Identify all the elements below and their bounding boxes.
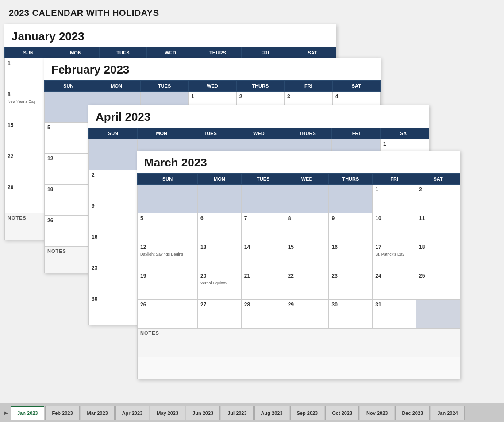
table-cell: 22 bbox=[285, 271, 329, 300]
table-cell: 6 bbox=[197, 213, 241, 242]
table-cell: 26 bbox=[138, 300, 198, 329]
feb-hdr-wed: WED bbox=[189, 81, 236, 92]
table-cell: 9 bbox=[329, 213, 373, 242]
calendar-march: March 2023 SUN MON TUES WED THURS FRI SA… bbox=[137, 151, 460, 379]
table-cell bbox=[416, 300, 460, 329]
march-table: SUN MON TUES WED THURS FRI SAT 1 bbox=[137, 173, 460, 379]
table-cell: 17St. Patrick's Day bbox=[373, 242, 416, 271]
table-cell: 9 bbox=[89, 201, 138, 232]
tab-jan-2023[interactable]: Jan 2023 bbox=[11, 406, 44, 420]
table-cell: 30 bbox=[329, 300, 373, 329]
table-row: 1 2 bbox=[138, 185, 460, 213]
tab-mar-2023[interactable]: Mar 2023 bbox=[81, 406, 115, 420]
feb-hdr-thu: THURS bbox=[236, 81, 284, 92]
table-cell: 13 bbox=[197, 242, 241, 271]
apr-hdr-sat: SAT bbox=[381, 128, 429, 139]
tab-bar: ▶ Jan 2023 Feb 2023 Mar 2023 Apr 2023 Ma… bbox=[0, 403, 504, 422]
table-cell: 8 bbox=[285, 213, 329, 242]
table-cell: 12 bbox=[45, 154, 92, 185]
feb-hdr-mon: MON bbox=[92, 81, 140, 92]
january-title: January 2023 bbox=[4, 24, 336, 47]
table-cell: 28 bbox=[241, 300, 285, 329]
tab-jul-2023[interactable]: Jul 2023 bbox=[221, 406, 253, 420]
feb-hdr-sat: SAT bbox=[332, 81, 380, 92]
february-title: February 2023 bbox=[44, 58, 381, 80]
table-row: 12Daylight Savings Begins 13 14 15 16 17… bbox=[138, 242, 460, 271]
mar-hdr-thu: THURS bbox=[329, 174, 373, 185]
table-cell bbox=[138, 185, 198, 213]
table-cell: 7 bbox=[241, 213, 285, 242]
notes-content bbox=[138, 357, 460, 379]
table-cell: 1 bbox=[373, 185, 416, 213]
apr-hdr-wed: WED bbox=[235, 128, 283, 139]
table-cell: 10 bbox=[373, 213, 416, 242]
mar-hdr-sat: SAT bbox=[416, 174, 460, 185]
mar-hdr-sun: SUN bbox=[138, 174, 198, 185]
table-cell: 18 bbox=[416, 242, 460, 271]
table-cell: 20Vernal Equinox bbox=[197, 271, 241, 300]
table-cell: 30 bbox=[89, 294, 138, 325]
table-cell: 23 bbox=[329, 271, 373, 300]
table-cell: 5 bbox=[45, 123, 92, 154]
feb-hdr-tue: TUES bbox=[140, 81, 188, 92]
jan-hdr-fri: FRI bbox=[242, 47, 289, 58]
table-cell: 27 bbox=[197, 300, 241, 329]
tab-feb-2023[interactable]: Feb 2023 bbox=[45, 406, 79, 420]
tab-dec-2023[interactable]: Dec 2023 bbox=[395, 406, 430, 420]
table-cell bbox=[241, 185, 285, 213]
table-cell bbox=[197, 185, 241, 213]
table-row: 5 6 7 8 9 10 11 bbox=[138, 213, 460, 242]
table-cell: 12Daylight Savings Begins bbox=[138, 242, 198, 271]
jan-hdr-sat: SAT bbox=[289, 47, 336, 58]
table-cell bbox=[45, 92, 92, 123]
table-cell bbox=[89, 139, 138, 170]
table-cell: 2 bbox=[416, 185, 460, 213]
tab-jun-2023[interactable]: Jun 2023 bbox=[186, 406, 220, 420]
jan-hdr-thu: THURS bbox=[194, 47, 242, 58]
table-cell: 16 bbox=[329, 242, 373, 271]
mar-hdr-wed: WED bbox=[285, 174, 329, 185]
tab-sep-2023[interactable]: Sep 2023 bbox=[290, 406, 325, 420]
table-cell bbox=[285, 185, 329, 213]
tab-aug-2023[interactable]: Aug 2023 bbox=[254, 406, 289, 420]
march-title: March 2023 bbox=[137, 151, 460, 173]
table-cell: 26 bbox=[45, 216, 92, 247]
tab-scroll-left[interactable]: ▶ bbox=[2, 406, 11, 420]
table-cell bbox=[329, 185, 373, 213]
table-cell: 29 bbox=[285, 300, 329, 329]
jan-hdr-sun: SUN bbox=[5, 47, 52, 58]
table-cell: 25 bbox=[416, 271, 460, 300]
apr-hdr-mon: MON bbox=[137, 128, 186, 139]
table-cell: 11 bbox=[416, 213, 460, 242]
feb-hdr-sun: SUN bbox=[45, 81, 92, 92]
table-cell: 19 bbox=[45, 185, 92, 216]
feb-hdr-fri: FRI bbox=[285, 81, 332, 92]
apr-hdr-tue: TUES bbox=[186, 128, 235, 139]
table-cell: 5 bbox=[138, 213, 198, 242]
page-title: 2023 CALENDAR WITH HOLIDAYS bbox=[9, 8, 495, 18]
mar-hdr-mon: MON bbox=[197, 174, 241, 185]
notes-content-row bbox=[138, 357, 460, 379]
mar-hdr-tue: TUES bbox=[241, 174, 285, 185]
main-area: 2023 CALENDAR WITH HOLIDAYS January 2023… bbox=[0, 0, 504, 403]
notes-row: NOTES bbox=[138, 329, 460, 357]
table-cell: 19 bbox=[138, 271, 198, 300]
tab-apr-2023[interactable]: Apr 2023 bbox=[115, 406, 149, 420]
table-cell: 21 bbox=[241, 271, 285, 300]
tab-may-2023[interactable]: May 2023 bbox=[150, 406, 185, 420]
table-cell: 23 bbox=[89, 263, 138, 294]
jan-hdr-mon: MON bbox=[52, 47, 100, 58]
tab-nov-2023[interactable]: Nov 2023 bbox=[360, 406, 394, 420]
mar-hdr-fri: FRI bbox=[373, 174, 416, 185]
jan-hdr-wed: WED bbox=[147, 47, 194, 58]
apr-hdr-sun: SUN bbox=[89, 128, 138, 139]
table-cell: 16 bbox=[89, 232, 138, 263]
table-row: 26 27 28 29 30 31 bbox=[138, 300, 460, 329]
table-cell: 14 bbox=[241, 242, 285, 271]
table-row: 19 20Vernal Equinox 21 22 23 24 25 bbox=[138, 271, 460, 300]
tab-oct-2023[interactable]: Oct 2023 bbox=[325, 406, 359, 420]
notes-label: NOTES bbox=[138, 329, 460, 357]
jan-hdr-tue: TUES bbox=[100, 47, 147, 58]
table-cell: 15 bbox=[285, 242, 329, 271]
tab-jan-2024[interactable]: Jan 2024 bbox=[431, 406, 464, 420]
